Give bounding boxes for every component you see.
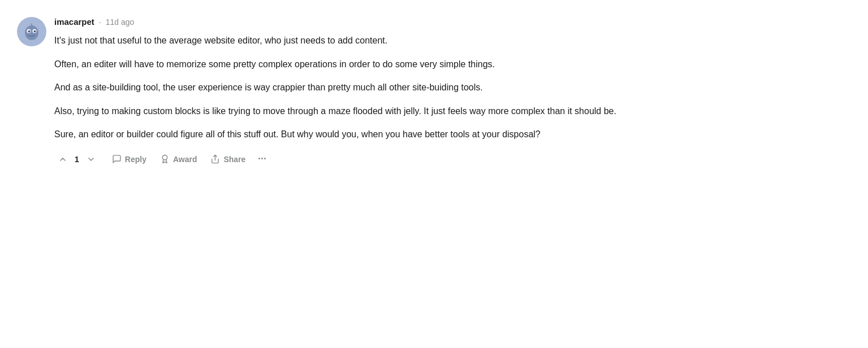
share-label: Share — [223, 155, 245, 164]
award-label: Award — [173, 155, 197, 164]
vote-section: 1 — [54, 151, 100, 168]
comment-body: imacarpet · 11d ago It's just not that u… — [54, 17, 809, 168]
reply-label: Reply — [125, 155, 146, 164]
reply-button[interactable]: Reply — [106, 151, 152, 167]
comment-text: It's just not that useful to the average… — [54, 33, 809, 142]
downvote-button[interactable] — [83, 151, 100, 168]
comment-container: imacarpet · 11d ago It's just not that u… — [17, 11, 809, 168]
svg-point-4 — [28, 31, 31, 33]
avatar — [17, 17, 46, 46]
svg-point-7 — [31, 21, 33, 24]
svg-point-1 — [25, 25, 38, 40]
more-options-button[interactable]: ··· — [253, 151, 270, 168]
comment-header: imacarpet · 11d ago — [54, 17, 809, 27]
paragraph-3: And as a site-building tool, the user ex… — [54, 80, 809, 95]
username: imacarpet — [54, 17, 94, 27]
award-button[interactable]: Award — [154, 151, 203, 167]
svg-point-5 — [34, 31, 36, 33]
dot-separator: · — [99, 18, 101, 27]
share-button[interactable]: Share — [205, 151, 251, 167]
paragraph-2: Often, an editer will have to memorize s… — [54, 57, 809, 72]
timestamp: 11d ago — [106, 18, 135, 27]
comment-actions: 1 Reply Award — [54, 151, 809, 168]
paragraph-1: It's just not that useful to the average… — [54, 33, 809, 48]
paragraph-5: Sure, an editor or builder could figure … — [54, 127, 809, 142]
upvote-button[interactable] — [54, 151, 71, 168]
paragraph-4: Also, trying to making custom blocks is … — [54, 104, 809, 119]
vote-count: 1 — [72, 155, 81, 164]
